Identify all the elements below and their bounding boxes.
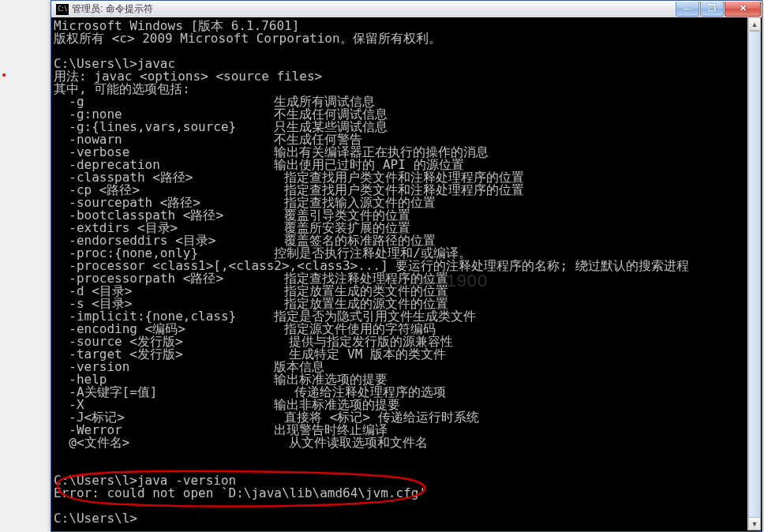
scroll-thumb[interactable]	[748, 31, 761, 520]
close-button[interactable]: ✕	[725, 2, 761, 17]
maximize-button[interactable]: ❐	[700, 2, 724, 17]
annotation-dot	[2, 73, 6, 77]
terminal-output[interactable]: Microsoft Windows [版本 6.1.7601] 版权所有 <c>…	[54, 20, 746, 529]
vertical-scrollbar[interactable]: ▲ ▼	[747, 17, 761, 530]
window-buttons: — ❐ ✕	[675, 2, 761, 17]
scroll-up-button[interactable]: ▲	[748, 17, 761, 31]
minimize-button[interactable]: —	[676, 2, 699, 17]
window-title: 管理员: 命令提示符	[72, 2, 675, 16]
scroll-down-button[interactable]: ▼	[748, 517, 761, 530]
cmd-window: C:\ 管理员: 命令提示符 — ❐ ✕ Microsoft Windows […	[51, 0, 762, 532]
titlebar[interactable]: C:\ 管理员: 命令提示符 — ❐ ✕	[51, 1, 762, 17]
cmd-icon: C:\	[56, 4, 69, 15]
